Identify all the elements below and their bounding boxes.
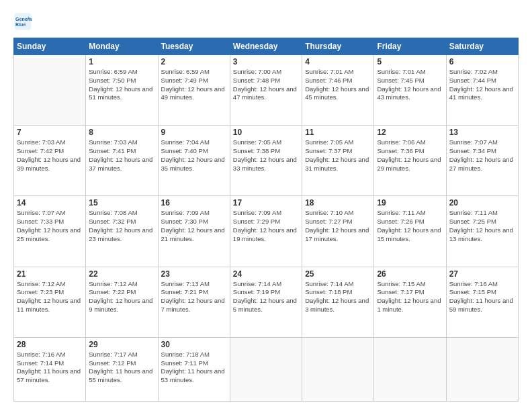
calendar-cell: 7Sunrise: 7:03 AM Sunset: 7:42 PM Daylig… [14,126,86,196]
calendar-cell: 13Sunrise: 7:07 AM Sunset: 7:34 PM Dayli… [446,126,518,196]
day-info: Sunrise: 7:16 AM Sunset: 7:14 PM Dayligh… [17,351,83,385]
day-number: 19 [377,198,443,208]
day-number: 9 [161,128,227,137]
day-number: 6 [449,57,515,66]
calendar-header-wednesday: Wednesday [230,38,302,55]
day-info: Sunrise: 7:12 AM Sunset: 7:22 PM Dayligh… [89,280,154,314]
day-number: 1 [89,57,154,66]
calendar-week-row: 28Sunrise: 7:16 AM Sunset: 7:14 PM Dayli… [14,337,519,401]
day-number: 23 [161,269,227,279]
day-info: Sunrise: 6:59 AM Sunset: 7:49 PM Dayligh… [161,68,227,102]
day-number: 13 [449,128,515,137]
calendar-cell [374,337,446,401]
calendar-cell: 15Sunrise: 7:08 AM Sunset: 7:32 PM Dayli… [86,196,158,267]
logo-icon: General Blue [13,12,32,31]
calendar-week-row: 1Sunrise: 6:59 AM Sunset: 7:50 PM Daylig… [14,55,519,126]
day-number: 16 [161,198,227,208]
day-info: Sunrise: 7:06 AM Sunset: 7:36 PM Dayligh… [377,138,443,173]
svg-text:Blue: Blue [15,22,26,27]
day-number: 22 [89,269,154,279]
calendar-cell [14,55,86,126]
calendar-header-sunday: Sunday [14,38,86,55]
day-info: Sunrise: 7:07 AM Sunset: 7:34 PM Dayligh… [449,138,515,173]
calendar-cell: 27Sunrise: 7:16 AM Sunset: 7:15 PM Dayli… [446,267,518,337]
calendar-week-row: 7Sunrise: 7:03 AM Sunset: 7:42 PM Daylig… [14,126,519,196]
day-info: Sunrise: 7:03 AM Sunset: 7:42 PM Dayligh… [17,138,83,173]
day-number: 5 [377,57,443,66]
calendar-cell: 21Sunrise: 7:12 AM Sunset: 7:23 PM Dayli… [14,267,86,337]
day-number: 15 [89,198,154,208]
calendar-cell: 6Sunrise: 7:02 AM Sunset: 7:44 PM Daylig… [446,55,518,126]
day-info: Sunrise: 7:05 AM Sunset: 7:37 PM Dayligh… [305,138,371,173]
day-number: 17 [233,198,299,208]
calendar-header-monday: Monday [86,38,158,55]
calendar-cell: 11Sunrise: 7:05 AM Sunset: 7:37 PM Dayli… [302,126,374,196]
header: General Blue [13,12,519,31]
day-number: 26 [377,269,443,279]
calendar-cell: 4Sunrise: 7:01 AM Sunset: 7:46 PM Daylig… [302,55,374,126]
day-number: 24 [233,269,299,279]
calendar-header-saturday: Saturday [446,38,518,55]
calendar-header-friday: Friday [374,38,446,55]
logo: General Blue [13,12,35,31]
day-number: 18 [305,198,371,208]
calendar-cell: 9Sunrise: 7:04 AM Sunset: 7:40 PM Daylig… [158,126,230,196]
day-number: 2 [161,57,227,66]
calendar-cell: 23Sunrise: 7:13 AM Sunset: 7:21 PM Dayli… [158,267,230,337]
calendar-cell [302,337,374,401]
day-number: 30 [161,340,227,349]
day-info: Sunrise: 7:01 AM Sunset: 7:45 PM Dayligh… [377,68,443,102]
day-info: Sunrise: 7:01 AM Sunset: 7:46 PM Dayligh… [305,68,371,102]
day-info: Sunrise: 7:12 AM Sunset: 7:23 PM Dayligh… [17,280,83,314]
calendar-week-row: 21Sunrise: 7:12 AM Sunset: 7:23 PM Dayli… [14,267,519,337]
calendar-cell: 22Sunrise: 7:12 AM Sunset: 7:22 PM Dayli… [86,267,158,337]
day-number: 12 [377,128,443,137]
day-number: 20 [449,198,515,208]
day-number: 29 [89,340,154,349]
day-info: Sunrise: 7:08 AM Sunset: 7:32 PM Dayligh… [89,209,154,243]
calendar-header-row: SundayMondayTuesdayWednesdayThursdayFrid… [14,38,519,55]
day-number: 25 [305,269,371,279]
day-info: Sunrise: 7:00 AM Sunset: 7:48 PM Dayligh… [233,68,299,102]
day-number: 3 [233,57,299,66]
day-info: Sunrise: 7:07 AM Sunset: 7:33 PM Dayligh… [17,209,83,243]
calendar-cell: 18Sunrise: 7:10 AM Sunset: 7:27 PM Dayli… [302,196,374,267]
calendar-cell: 24Sunrise: 7:14 AM Sunset: 7:19 PM Dayli… [230,267,302,337]
calendar-cell: 30Sunrise: 7:18 AM Sunset: 7:11 PM Dayli… [158,337,230,401]
day-info: Sunrise: 7:18 AM Sunset: 7:11 PM Dayligh… [161,351,227,385]
calendar-cell: 14Sunrise: 7:07 AM Sunset: 7:33 PM Dayli… [14,196,86,267]
day-number: 27 [449,269,515,279]
day-info: Sunrise: 7:16 AM Sunset: 7:15 PM Dayligh… [449,280,515,314]
calendar-cell: 25Sunrise: 7:14 AM Sunset: 7:18 PM Dayli… [302,267,374,337]
calendar-week-row: 14Sunrise: 7:07 AM Sunset: 7:33 PM Dayli… [14,196,519,267]
day-info: Sunrise: 7:11 AM Sunset: 7:25 PM Dayligh… [449,209,515,243]
calendar-cell: 19Sunrise: 7:11 AM Sunset: 7:26 PM Dayli… [374,196,446,267]
calendar-cell: 26Sunrise: 7:15 AM Sunset: 7:17 PM Dayli… [374,267,446,337]
day-info: Sunrise: 7:02 AM Sunset: 7:44 PM Dayligh… [449,68,515,102]
calendar-cell: 29Sunrise: 7:17 AM Sunset: 7:12 PM Dayli… [86,337,158,401]
day-info: Sunrise: 7:13 AM Sunset: 7:21 PM Dayligh… [161,280,227,314]
calendar-cell: 10Sunrise: 7:05 AM Sunset: 7:38 PM Dayli… [230,126,302,196]
calendar-cell: 17Sunrise: 7:09 AM Sunset: 7:29 PM Dayli… [230,196,302,267]
day-info: Sunrise: 7:11 AM Sunset: 7:26 PM Dayligh… [377,209,443,243]
day-info: Sunrise: 7:15 AM Sunset: 7:17 PM Dayligh… [377,280,443,314]
page: General Blue SundayMondayTuesdayWednesda… [0,0,532,411]
calendar-cell: 20Sunrise: 7:11 AM Sunset: 7:25 PM Dayli… [446,196,518,267]
calendar-cell: 1Sunrise: 6:59 AM Sunset: 7:50 PM Daylig… [86,55,158,126]
day-info: Sunrise: 7:04 AM Sunset: 7:40 PM Dayligh… [161,138,227,173]
calendar-header-tuesday: Tuesday [158,38,230,55]
day-info: Sunrise: 7:05 AM Sunset: 7:38 PM Dayligh… [233,138,299,173]
day-info: Sunrise: 7:17 AM Sunset: 7:12 PM Dayligh… [89,351,154,385]
calendar-table: SundayMondayTuesdayWednesdayThursdayFrid… [13,38,519,402]
calendar-cell: 12Sunrise: 7:06 AM Sunset: 7:36 PM Dayli… [374,126,446,196]
day-number: 28 [17,340,83,349]
calendar-cell: 3Sunrise: 7:00 AM Sunset: 7:48 PM Daylig… [230,55,302,126]
calendar-cell: 5Sunrise: 7:01 AM Sunset: 7:45 PM Daylig… [374,55,446,126]
day-number: 10 [233,128,299,137]
day-info: Sunrise: 7:03 AM Sunset: 7:41 PM Dayligh… [89,138,154,173]
calendar-cell: 2Sunrise: 6:59 AM Sunset: 7:49 PM Daylig… [158,55,230,126]
calendar-cell: 8Sunrise: 7:03 AM Sunset: 7:41 PM Daylig… [86,126,158,196]
calendar-cell [230,337,302,401]
calendar-cell: 16Sunrise: 7:09 AM Sunset: 7:30 PM Dayli… [158,196,230,267]
day-number: 4 [305,57,371,66]
